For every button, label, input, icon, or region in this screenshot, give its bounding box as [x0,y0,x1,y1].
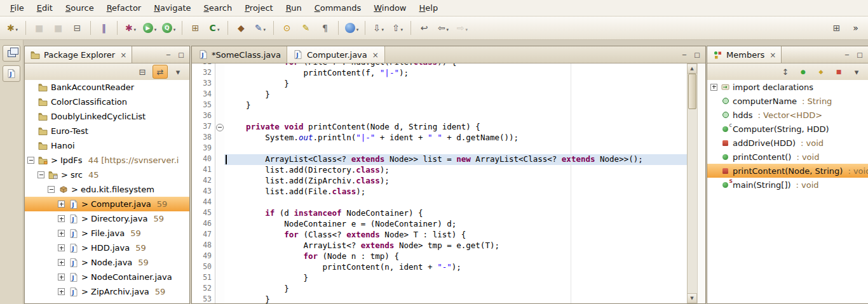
expand-icon[interactable] [58,244,65,251]
line-number[interactable]: 32 [192,68,215,79]
line-number-ruler[interactable]: 3132333435363738394041424344454647484950… [192,63,215,303]
code-line[interactable]: list.add(Directory.class); [224,165,687,176]
line-number[interactable]: 46 [192,219,215,230]
member-item[interactable]: main(String[]): void [707,178,868,192]
tree-item[interactable]: Hanoi [25,138,189,153]
maximize-button[interactable] [854,50,865,60]
line-number[interactable]: 42 [192,176,215,187]
collapse-icon[interactable] [37,171,44,178]
javadoc-button[interactable]: ✎ [251,20,269,37]
editor-tab[interactable]: JComputer.java [287,46,385,63]
expand-icon[interactable] [58,259,65,266]
scrollbar-thumb[interactable] [688,74,696,109]
tree-item[interactable]: J> Node.java59 [25,255,189,270]
collapse-icon[interactable] [27,157,34,164]
line-number[interactable]: 53 [192,294,215,303]
line-number[interactable]: 45 [192,208,215,219]
vertical-scrollbar[interactable] [687,63,697,303]
tree-item[interactable]: J> Directory.java59 [25,211,189,226]
code-line[interactable]: NodeContainer e = (NodeContainer) d; [224,219,687,230]
maximize-button[interactable] [175,50,187,60]
code-line[interactable]: for (Class<? extends Node> T : list) { [224,230,687,241]
tree-item[interactable]: Euro-Test [25,124,189,138]
menu-source[interactable]: Source [59,1,100,15]
tree-item[interactable]: J> ZipArchiv.java59 [25,284,189,299]
tree-item[interactable]: DoublyLinkedCyclicList [25,109,189,124]
menu-project[interactable]: Project [238,1,280,15]
save-all-button[interactable]: ■ [49,20,67,37]
maximize-button[interactable] [691,50,703,60]
member-item[interactable]: Computer(String, HDD) [707,122,868,136]
line-number[interactable]: 38 [192,133,215,143]
link-with-editor-button[interactable]: ⇄ [153,65,168,79]
minimize-button[interactable] [841,50,853,60]
expand-icon[interactable] [58,288,65,295]
expand-icon[interactable] [58,215,65,222]
expand-icon[interactable] [58,274,65,281]
tree-item[interactable]: J> NodeContainer.java [25,270,189,284]
toolbar-overflow-button[interactable]: » [846,20,865,37]
tree-item[interactable]: > src45 [25,168,189,182]
save-button[interactable]: ■ [30,20,48,37]
print-button[interactable]: ⊟ [68,20,86,37]
line-number[interactable]: 31 [192,63,215,68]
tree-item[interactable]: J> HDD.java59 [25,241,189,255]
package-explorer-tree[interactable]: BankAccountReaderColorClassificationDoub… [25,80,189,303]
code-line[interactable]: printContent(n, ident + "-"); [224,262,687,273]
code-line[interactable]: list.add(File.class); [224,187,687,197]
expand-icon[interactable] [58,201,65,208]
menu-help[interactable]: Help [413,1,445,15]
code-line[interactable]: ArrayList<? extends Node> tmp = e.get(T)… [224,241,687,251]
code-line[interactable]: if (d instanceof NodeContainer) { [224,208,687,219]
line-number[interactable]: 35 [192,100,215,111]
code-line[interactable]: } [224,294,687,303]
member-item[interactable]: printContent(Node, String): void [707,164,868,178]
line-number[interactable]: 52 [192,284,215,294]
code-area[interactable]: for (File f : hdd.get(File.class)) { pri… [224,63,687,303]
sort-button[interactable]: ↕ [778,65,793,79]
collapse-all-button[interactable]: ⊟ [135,65,150,79]
line-number[interactable]: 48 [192,241,215,251]
close-icon[interactable] [370,50,379,60]
line-number[interactable]: 40 [192,154,215,165]
scroll-down-arrow[interactable] [688,293,697,303]
new-wizard-button[interactable]: ✱ [3,20,22,37]
folding-ruler[interactable] [215,63,224,303]
tree-item[interactable]: ColorClassification [25,95,189,109]
code-line[interactable]: ArrayList<Class<? extends Node>> list = … [224,154,687,165]
code-line[interactable]: } [224,100,687,111]
line-number[interactable]: 41 [192,165,215,176]
line-number[interactable]: 49 [192,251,215,262]
restore-views-button[interactable] [3,45,20,62]
run-button[interactable]: ▶ [140,20,159,37]
package-explorer-view-tab[interactable]: Package Explorer [25,46,132,63]
menu-refactor[interactable]: Refactor [100,1,148,15]
code-line[interactable] [224,143,687,154]
collapse-icon[interactable] [48,186,55,193]
last-edit-location-button[interactable]: ↩ [415,20,433,37]
java-fastview-button[interactable]: J [3,65,20,82]
open-perspective-button[interactable]: ‖ [95,20,113,37]
menu-search[interactable]: Search [198,1,239,15]
members-list[interactable]: import declarationscomputerName: Stringh… [707,80,868,303]
menu-run[interactable]: Run [280,1,308,15]
debug-button[interactable]: ✱ [121,20,140,37]
code-line[interactable]: } [224,273,687,284]
line-number[interactable]: 43 [192,187,215,197]
perspective-button[interactable]: ⊞ [827,20,846,37]
line-number[interactable]: 47 [192,230,215,241]
hide-static-button[interactable]: ◆ [813,65,829,79]
line-number[interactable]: 36 [192,111,215,122]
code-line[interactable] [224,111,687,122]
code-line[interactable]: for (File f : hdd.get(File.class)) { [224,63,687,68]
member-item[interactable]: computerName: String [707,94,868,108]
mark-occurrences-button[interactable]: ✎ [297,20,315,37]
menu-window[interactable]: Window [367,1,412,15]
members-view-tab[interactable]: Members [707,46,782,63]
code-line[interactable] [224,197,687,208]
line-number[interactable]: 44 [192,197,215,208]
menu-file[interactable]: File [4,1,31,15]
minimize-button[interactable] [163,50,174,60]
forward-button[interactable]: ⇨ [453,20,471,37]
fold-collapse-icon[interactable] [216,124,224,131]
